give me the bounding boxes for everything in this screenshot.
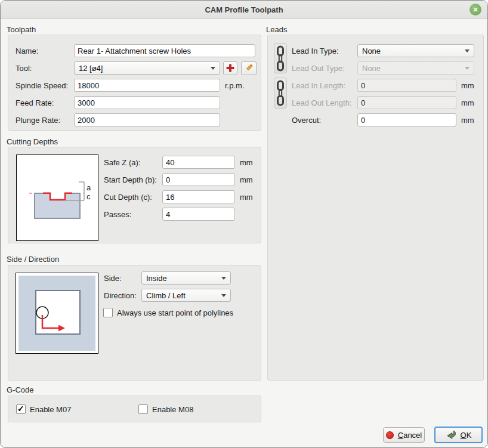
chain-link-icon — [275, 45, 286, 72]
start-depth-unit: mm — [240, 175, 253, 184]
ok-button-label: OK — [461, 431, 472, 440]
enable-m07-checkbox[interactable] — [16, 404, 26, 414]
cutting-depths-diagram: a c — [16, 155, 98, 241]
lead-out-length-label: Lead Out Length: — [292, 98, 357, 107]
tool-row: Tool: 12 [ø4] — [16, 61, 255, 75]
cut-depth-unit: mm — [240, 193, 253, 202]
passes-label: Passes: — [104, 210, 162, 219]
direction-label: Direction: — [104, 291, 141, 300]
spindle-speed-label: Spindle Speed: — [16, 81, 74, 90]
safe-z-unit: mm — [240, 158, 253, 167]
window-title: CAM Profile Toolpath — [205, 5, 283, 14]
lead-out-type-label: Lead Out Type: — [292, 64, 357, 73]
lead-in-type-row: Lead In Type: None — [292, 44, 478, 57]
leads-frame: Lead In Type: None Lead Out Type: None L… — [267, 35, 484, 381]
lead-in-length-unit: mm — [461, 81, 474, 90]
feed-rate-input[interactable] — [74, 96, 220, 109]
cut-depth-input[interactable] — [162, 190, 235, 203]
direction-value: Climb / Left — [146, 291, 186, 300]
lead-out-type-row: Lead Out Type: None — [292, 61, 478, 75]
start-point-checkbox-label: Always use start point of polylines — [117, 308, 233, 317]
chain-link-icon — [275, 80, 286, 106]
passes-row: Passes: — [104, 208, 255, 221]
lead-out-type-select: None — [357, 61, 474, 75]
overcut-row: Overcut: mm — [292, 113, 478, 126]
side-value: Inside — [146, 274, 167, 283]
link-lead-lengths-button[interactable] — [274, 78, 287, 109]
direction-select[interactable]: Climb / Left — [141, 289, 231, 302]
side-label: Side: — [104, 274, 141, 283]
ok-return-arrow-icon — [446, 430, 456, 440]
start-point-checkbox[interactable] — [103, 308, 113, 317]
cut-depth-row: Cut Depth (c): mm — [104, 190, 255, 203]
chevron-down-icon — [211, 67, 215, 70]
lead-out-length-row: Lead Out Length: mm — [292, 96, 478, 109]
enable-m08-checkbox[interactable] — [138, 404, 148, 414]
side-direction-frame: Side: Inside Direction: Climb / Left Alw… — [8, 265, 261, 381]
overcut-unit: mm — [461, 116, 474, 125]
side-direction-illustration — [16, 273, 98, 353]
spindle-speed-row: Spindle Speed: r.p.m. — [16, 79, 255, 92]
gcode-frame: Enable M07 Enable M08 — [8, 396, 261, 422]
lead-in-type-label: Lead In Type: — [292, 47, 357, 55]
safe-z-input[interactable] — [162, 156, 235, 169]
close-button[interactable]: ✕ — [470, 4, 481, 16]
tool-label: Tool: — [16, 64, 74, 73]
side-direction-diagram — [16, 273, 98, 354]
chevron-down-icon — [465, 50, 470, 52]
titlebar[interactable]: CAM Profile Toolpath ✕ — [1, 1, 487, 19]
name-label: Name: — [16, 47, 74, 55]
overcut-input[interactable] — [357, 113, 456, 126]
add-tool-button[interactable] — [223, 61, 237, 75]
toolpath-group-label: Toolpath — [7, 25, 36, 34]
passes-input[interactable] — [162, 208, 235, 221]
lead-in-length-input — [357, 79, 456, 92]
lead-in-type-value: None — [362, 47, 381, 55]
svg-text:a: a — [87, 183, 91, 192]
plunge-rate-input[interactable] — [74, 113, 220, 126]
name-row: Name: — [16, 44, 255, 57]
gcode-group-label: G-Code — [7, 385, 34, 394]
plus-icon — [226, 64, 234, 72]
lead-out-length-input — [357, 96, 456, 109]
name-input[interactable] — [74, 44, 255, 57]
cancel-icon — [386, 431, 394, 439]
side-direction-group-label: Side / Direction — [7, 255, 59, 264]
ok-button[interactable]: OK — [434, 427, 483, 443]
edit-tool-button[interactable] — [241, 61, 257, 75]
safe-z-label: Safe Z (a): — [104, 158, 162, 167]
start-depth-row: Start Depth (b): mm — [104, 173, 255, 186]
lead-in-type-select[interactable]: None — [357, 44, 474, 57]
leads-group-label: Leads — [266, 25, 287, 34]
lead-out-type-value: None — [362, 64, 381, 73]
lead-in-length-label: Lead In Length: — [292, 81, 357, 90]
spindle-speed-unit: r.p.m. — [225, 81, 245, 90]
cancel-button[interactable]: Cancel — [383, 427, 425, 443]
plunge-rate-label: Plunge Rate: — [16, 116, 74, 125]
side-select[interactable]: Inside — [141, 271, 231, 285]
toolpath-frame: Name: Tool: 12 [ø4] — [8, 35, 261, 131]
cut-depth-label: Cut Depth (c): — [104, 193, 162, 202]
cutting-depths-frame: a c Safe Z (a): mm Start Depth (b): mm C… — [8, 147, 261, 243]
feed-rate-label: Feed Rate: — [16, 98, 74, 107]
enable-m07-label: Enable M07 — [30, 405, 71, 414]
cancel-button-label: Cancel — [398, 431, 422, 440]
svg-text:c: c — [87, 192, 91, 201]
close-icon: ✕ — [472, 7, 478, 13]
plunge-rate-row: Plunge Rate: — [16, 113, 255, 126]
tool-select[interactable]: 12 [ø4] — [74, 61, 220, 75]
spindle-speed-input[interactable] — [74, 79, 220, 92]
start-point-row: Always use start point of polylines — [103, 306, 255, 319]
start-depth-input[interactable] — [162, 173, 235, 186]
start-depth-label: Start Depth (b): — [104, 175, 162, 184]
lead-in-length-row: Lead In Length: mm — [292, 79, 478, 92]
m08-row: Enable M08 — [138, 403, 255, 416]
depth-profile-illustration: a c — [17, 155, 98, 240]
safe-z-row: Safe Z (a): mm — [104, 156, 255, 169]
link-lead-types-button[interactable] — [274, 43, 287, 73]
enable-m08-label: Enable M08 — [152, 405, 193, 414]
pencil-icon — [244, 63, 254, 73]
overcut-label: Overcut: — [292, 116, 357, 125]
direction-row: Direction: Climb / Left — [104, 289, 255, 302]
feed-rate-row: Feed Rate: — [16, 96, 255, 109]
